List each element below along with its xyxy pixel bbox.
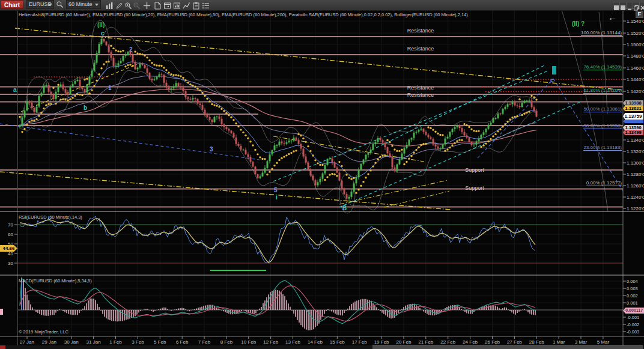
chart-bars-icon[interactable]	[106, 1, 114, 9]
search-icon[interactable]	[56, 0, 64, 8]
macd-indicator-label: MACD(EURUSD (60 Minute),5,34,5)	[19, 278, 92, 284]
pencil-icon[interactable]	[115, 1, 124, 9]
list-icon[interactable]	[202, 1, 210, 9]
back-arrow-button[interactable]: ←	[608, 12, 617, 22]
toolbar: Chart EURUSD 60 Minute	[0, 0, 644, 11]
scrollbar-thumb[interactable]	[372, 345, 643, 349]
main-indicator-label: HeikenAshi8(EURUSD (60 Minute)), EMA(EUR…	[19, 12, 468, 17]
rsi-indicator-label: RSI(EURUSD (60 Minute),14,3)	[19, 214, 82, 220]
chevron-down-icon	[48, 4, 52, 6]
interval-selector[interactable]: 60 Minute	[66, 0, 101, 9]
new-note-icon[interactable]	[154, 1, 162, 9]
plus-icon[interactable]	[143, 1, 151, 9]
close-button[interactable]	[639, 2, 644, 9]
trend-line-icon[interactable]	[183, 1, 191, 9]
horizontal-scrollbar[interactable]	[0, 345, 644, 349]
window-arrow-icon[interactable]	[163, 1, 172, 9]
chart-window-icon[interactable]	[173, 1, 181, 9]
tab-chart[interactable]: Chart	[1, 0, 23, 9]
instrument-selector[interactable]: EURUSD	[26, 0, 54, 9]
copyright-label: © 2019 NinjaTrader, LLC	[19, 329, 68, 335]
connection-status-indicator	[0, 345, 5, 349]
clipboard-icon[interactable]	[192, 1, 201, 9]
f-badge[interactable]: F	[636, 10, 643, 18]
chart-canvas[interactable]	[0, 0, 644, 349]
interval-value: 60 Minute	[68, 1, 93, 7]
zoom-out-icon[interactable]	[133, 1, 141, 9]
ninjatrader-chart-window: 1.1540'01.1520'01.1500'01.1480'01.1460'0…	[0, 0, 644, 349]
chevron-down-icon	[95, 4, 99, 6]
zoom-in-icon[interactable]	[124, 1, 133, 9]
